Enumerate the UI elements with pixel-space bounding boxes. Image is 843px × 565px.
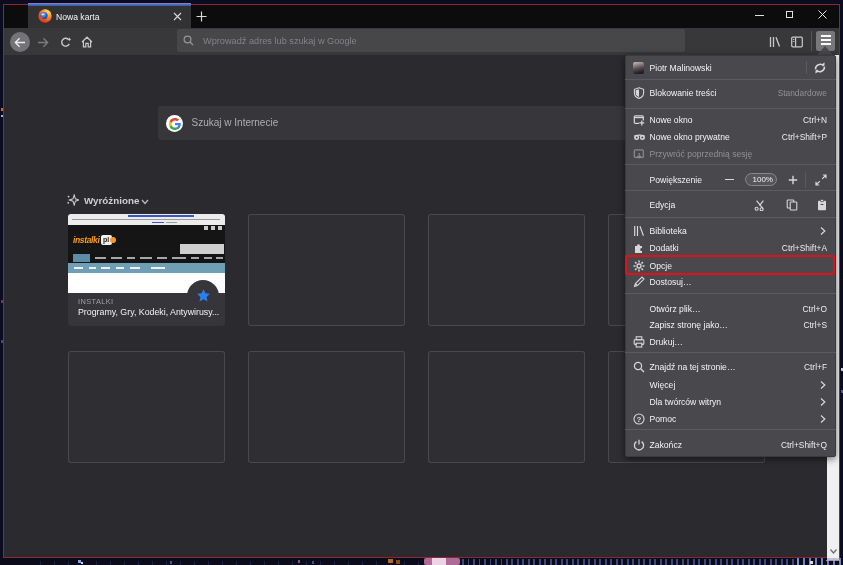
svg-text:?: ? [637,414,642,423]
